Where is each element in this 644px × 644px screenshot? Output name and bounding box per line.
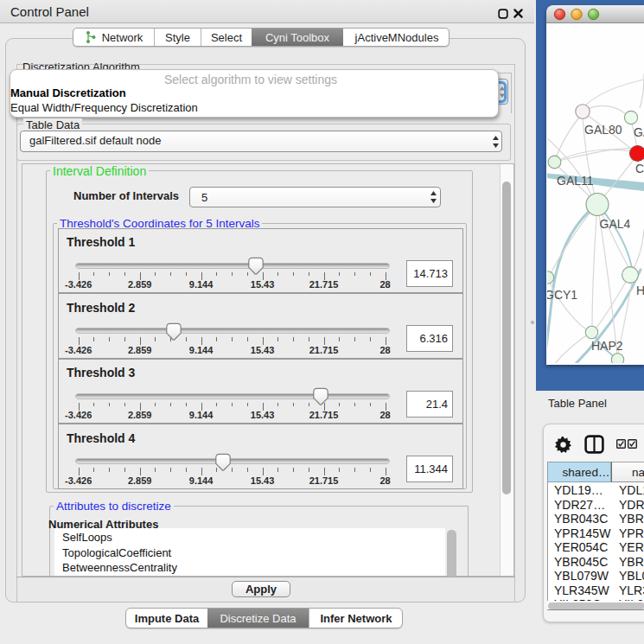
svg-text:C: C: [635, 162, 644, 175]
svg-text:GAL4: GAL4: [600, 217, 631, 231]
svg-text:H: H: [636, 284, 644, 297]
svg-text:GAL11: GAL11: [557, 174, 594, 188]
svg-text:HAP2: HAP2: [591, 339, 623, 353]
svg-text:GA: GA: [634, 125, 644, 139]
svg-text:GCY1: GCY1: [547, 288, 577, 302]
svg-text:GAL80: GAL80: [584, 123, 622, 137]
